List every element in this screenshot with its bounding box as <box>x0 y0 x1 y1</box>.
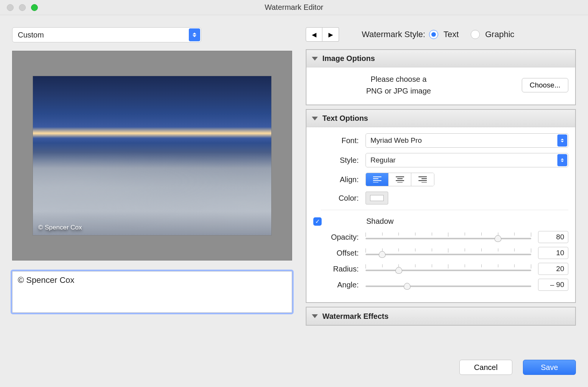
cancel-button[interactable]: Cancel <box>459 360 512 375</box>
window-title: Watermark Editor <box>265 3 324 12</box>
image-options-panel: Image Options Please choose a PNG or JPG… <box>306 49 576 105</box>
watermark-effects-header[interactable]: Watermark Effects <box>306 307 575 325</box>
angle-label: Angle: <box>313 281 359 289</box>
choose-image-button[interactable]: Choose... <box>522 78 568 92</box>
font-select-value: Myriad Web Pro <box>370 136 422 145</box>
window-close-button[interactable] <box>7 4 14 11</box>
angle-slider[interactable] <box>366 279 531 291</box>
color-swatch <box>370 195 384 201</box>
shadow-label: Shadow <box>366 217 394 226</box>
align-right-button[interactable] <box>411 173 434 186</box>
align-right-icon <box>418 176 427 183</box>
font-style-select[interactable]: Regular <box>366 153 568 167</box>
text-options-title: Text Options <box>322 114 368 123</box>
font-style-select-value: Regular <box>370 156 396 164</box>
angle-value-field[interactable]: – 90 <box>538 279 568 291</box>
style-radio-graphic[interactable] <box>471 30 480 39</box>
style-radio-graphic-label: Graphic <box>485 30 514 39</box>
text-options-panel: Text Options Font: Myriad Web Pro Style:… <box>306 109 576 303</box>
preset-select-value: Custom <box>18 31 44 39</box>
chevron-up-down-icon <box>557 134 567 147</box>
radius-value-field[interactable]: 20 <box>538 263 568 275</box>
offset-label: Offset: <box>313 249 359 257</box>
style-radio-text-label: Text <box>443 30 459 39</box>
align-center-icon <box>396 176 404 183</box>
style-radio-text[interactable] <box>429 30 438 39</box>
chevron-up-down-icon <box>557 154 567 166</box>
save-button[interactable]: Save <box>523 360 576 375</box>
image-options-title: Image Options <box>322 54 375 63</box>
window-zoom-button[interactable] <box>31 4 38 11</box>
color-well[interactable] <box>366 192 388 204</box>
opacity-value-field[interactable]: 80 <box>538 231 568 243</box>
image-options-message: Please choose a PNG or JPG image <box>313 73 484 97</box>
watermark-text-preview: © Spencer Cox <box>38 224 82 231</box>
align-left-button[interactable] <box>366 173 389 186</box>
font-select[interactable]: Myriad Web Pro <box>366 133 568 148</box>
watermark-effects-title: Watermark Effects <box>322 312 389 321</box>
preview-pager: ◀ ▶ <box>306 27 339 42</box>
offset-slider[interactable] <box>366 247 531 259</box>
preset-select[interactable]: Custom <box>12 27 201 42</box>
watermark-text-input-value: © Spencer Cox <box>18 275 75 285</box>
preview-pane: © Spencer Cox <box>12 51 292 261</box>
align-segmented <box>366 173 434 186</box>
watermark-effects-panel: Watermark Effects <box>306 307 576 326</box>
offset-value-field[interactable]: 10 <box>538 247 568 259</box>
disclosure-icon <box>312 314 318 318</box>
text-options-header[interactable]: Text Options <box>306 110 575 127</box>
watermark-text-input[interactable]: © Spencer Cox <box>12 271 292 313</box>
next-image-button[interactable]: ▶ <box>322 27 339 42</box>
radius-slider[interactable] <box>366 263 531 275</box>
window-minimize-button[interactable] <box>19 4 26 11</box>
opacity-label: Opacity: <box>313 233 359 242</box>
image-options-header[interactable]: Image Options <box>306 50 575 67</box>
align-center-button[interactable] <box>389 173 411 186</box>
shadow-checkbox[interactable]: ✓ <box>313 217 322 226</box>
prev-image-button[interactable]: ◀ <box>306 27 322 42</box>
color-label: Color: <box>313 194 359 203</box>
opacity-slider[interactable] <box>366 231 531 243</box>
font-style-label: Style: <box>313 156 359 165</box>
disclosure-icon <box>312 57 318 61</box>
disclosure-icon <box>312 117 318 120</box>
watermark-style-label: Watermark Style: <box>362 30 425 39</box>
chevron-up-down-icon <box>189 28 200 41</box>
font-label: Font: <box>313 136 359 145</box>
align-label: Align: <box>313 175 359 184</box>
align-left-icon <box>373 176 381 183</box>
preview-image: © Spencer Cox <box>33 76 271 235</box>
radius-label: Radius: <box>313 265 359 273</box>
titlebar: Watermark Editor <box>0 0 588 15</box>
